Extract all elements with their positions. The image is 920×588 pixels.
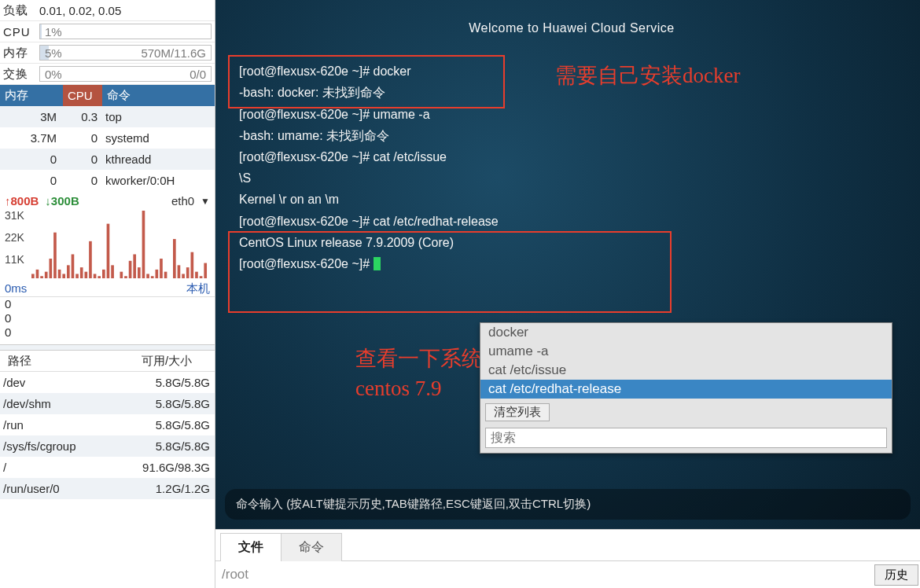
history-button[interactable]: 历史 [874,564,918,586]
svg-rect-18 [111,265,114,278]
tab-files[interactable]: 文件 [220,533,282,561]
col-cmd[interactable]: 命令 [102,85,215,106]
svg-rect-0 [31,274,35,278]
right-pane: Welcome to Huawei Cloud Service [root@fl… [215,0,920,588]
col-cpu[interactable]: CPU [63,85,102,106]
proc-cmd: kthreadd [102,153,215,166]
load-values: 0.01, 0.02, 0.05 [39,4,121,17]
fs-col-path[interactable]: 路径 [0,354,119,369]
swap-bar: 0% 0/0 [39,66,212,82]
svg-rect-37 [195,272,198,278]
history-item[interactable]: cat /etc/issue [480,361,892,380]
terminal-line: [root@flexusx-620e ~]# cat /etc/issue [239,146,904,167]
ping-local-label[interactable]: 本机 [186,281,210,296]
svg-rect-27 [151,276,154,278]
net-up: ↑800B [5,194,39,208]
svg-rect-38 [200,276,203,278]
tabbar: 文件 命令 [215,530,920,561]
annotation-text-docker: 需要自己安装docker [555,61,740,90]
proc-cmd: systemd [102,131,215,145]
fs-row[interactable]: /dev/shm 5.8G/5.8G [0,393,215,414]
fs-size: 5.8G/5.8G [119,418,215,432]
proc-cmd: kworker/0:0H [102,174,215,187]
fs-row[interactable]: /run/user/0 1.2G/1.2G [0,478,215,499]
svg-rect-39 [204,263,207,278]
fs-row[interactable]: / 91.6G/98.3G [0,457,215,478]
svg-rect-25 [142,211,145,278]
svg-rect-6 [58,270,61,278]
svg-rect-29 [160,259,163,278]
svg-rect-16 [102,270,105,278]
fs-path: /run/user/0 [0,482,119,495]
proc-cmd: top [102,110,215,123]
history-item[interactable]: umame -a [480,342,892,361]
fs-size: 5.8G/5.8G [119,376,215,389]
chevron-down-icon[interactable]: ▼ [201,196,210,207]
fs-path: / [0,461,119,474]
footer: 文件 命令 历史 [215,529,920,588]
svg-rect-13 [89,241,92,278]
annotation-text-sys2: centos 7.9 [355,374,441,402]
process-table-header: 内存 CPU 命令 [0,85,215,106]
fs-path: /sys/fs/cgroup [0,439,119,453]
cpu-label: CPU [3,25,39,39]
fs-body: /dev 5.8G/5.8G/dev/shm 5.8G/5.8G/run 5.8… [0,372,215,499]
svg-rect-23 [133,254,136,278]
system-sidebar: 负载 0.01, 0.02, 0.05 CPU 1% 内存 5% 570M/11… [0,0,215,588]
svg-rect-11 [80,267,83,278]
history-items: dockerumame -acat /etc/issuecat /etc/red… [480,323,892,399]
proc-mem: 3.7M [0,131,63,145]
command-input-hint[interactable]: 命令输入 (按ALT键提示历史,TAB键路径,ESC键返回,双击CTRL切换) [225,489,911,520]
table-row[interactable]: 0 0 kthreadd [0,149,215,170]
net-bars [31,211,208,278]
clear-history-button[interactable]: 清空列表 [485,403,550,421]
proc-mem: 0 [0,174,63,187]
history-item[interactable]: docker [480,323,892,342]
col-mem[interactable]: 内存 [0,85,63,106]
history-item[interactable]: cat /etc/redhat-release [480,380,892,399]
terminal-line: CentOS Linux release 7.9.2009 (Core) [239,232,904,253]
svg-rect-36 [191,252,194,278]
fs-col-avail[interactable]: 可用/大小 [119,354,215,369]
ping-grid: 0 0 0 [0,297,215,344]
svg-rect-28 [156,270,159,278]
swap-percent: 0% [45,68,62,81]
svg-rect-12 [85,272,88,278]
svg-rect-17 [107,224,110,278]
svg-rect-15 [98,276,101,278]
svg-rect-30 [164,272,167,278]
ping-rtt: 0ms [5,281,27,296]
history-search-input[interactable] [485,428,887,448]
svg-rect-5 [53,233,57,278]
svg-rect-1 [36,270,39,278]
fs-separator [0,344,215,351]
mem-percent: 5% [45,46,62,60]
svg-rect-22 [129,261,132,278]
table-row[interactable]: 0 0 kworker/0:0H [0,170,215,191]
terminal-line: [root@flexusx-620e ~]# umame -a [239,104,904,125]
path-input[interactable] [215,564,874,586]
fs-row[interactable]: /dev 5.8G/5.8G [0,372,215,393]
tab-command[interactable]: 命令 [281,533,342,561]
table-row[interactable]: 3.7M 0 systemd [0,127,215,149]
fs-row[interactable]: /run 5.8G/5.8G [0,414,215,435]
svg-rect-20 [120,272,123,278]
mem-label: 内存 [3,46,39,61]
mem-row: 内存 5% 570M/11.6G [0,42,215,64]
table-row[interactable]: 3M 0.3 top [0,106,215,127]
fs-row[interactable]: /sys/fs/cgroup 5.8G/5.8G [0,435,215,457]
ping-v0: 0 [5,297,210,311]
welcome-line: Welcome to Huawei Cloud Service [239,17,904,39]
proc-cpu: 0 [63,131,102,145]
svg-rect-9 [72,254,75,278]
cpu-percent: 1% [45,25,62,39]
proc-cpu: 0.3 [63,110,102,123]
proc-mem: 0 [0,153,63,166]
terminal-body: [root@flexusx-620e ~]# docker-bash: dock… [239,61,904,274]
fs-path: /run [0,418,119,432]
load-label: 负载 [3,3,39,18]
svg-rect-26 [146,274,149,278]
svg-rect-7 [62,274,65,278]
net-iface[interactable]: eth0 [171,194,194,208]
swap-detail: 0/0 [190,68,206,81]
